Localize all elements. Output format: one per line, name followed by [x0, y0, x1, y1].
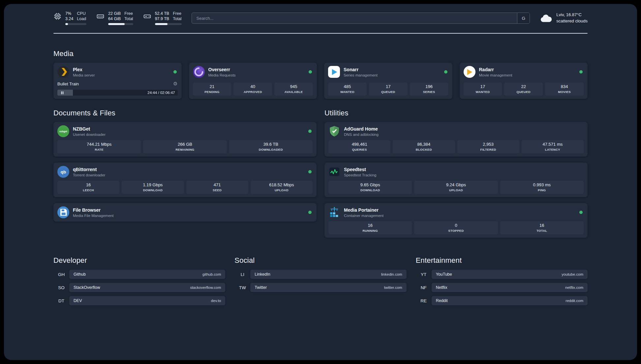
- disk-total-label: Total: [173, 16, 181, 22]
- stat-leech: 16 LEECH: [57, 181, 119, 194]
- service-card-filebrowser[interactable]: File Browser Media File Management: [53, 203, 317, 222]
- service-card-qbittorrent[interactable]: qb qBittorrent Torrent downloader 16 LEE…: [53, 163, 317, 197]
- section-utilities: Utilities AdGuard Home DNS and adblockin…: [324, 109, 588, 238]
- cpu-icon: [53, 12, 62, 20]
- stat-download: 9.65 Gbps DOWNLOAD: [328, 181, 412, 194]
- status-dot: [308, 170, 312, 173]
- bookmark-abbr: LI: [234, 272, 250, 277]
- bookmark-link-github[interactable]: Github github.com: [69, 270, 225, 279]
- bookmark-row: LI LinkedIn linkedin.com: [234, 270, 406, 279]
- bookmark-abbr: YT: [416, 272, 432, 277]
- service-card-adguard[interactable]: AdGuard Home DNS and adblocking 498,461 …: [324, 122, 588, 157]
- service-name: Plex: [73, 67, 170, 72]
- bookmark-link-youtube[interactable]: YouTube youtube.com: [432, 270, 588, 279]
- stat-wanted: 17 WANTED: [464, 82, 502, 96]
- nzbget-icon: nzbget: [57, 125, 69, 137]
- service-subtitle: Media File Management: [73, 214, 305, 218]
- resource-monitors: 7% 3.24 CPU Load: [53, 11, 182, 25]
- section-title-developer: Developer: [53, 256, 225, 265]
- service-card-portainer[interactable]: Media Portainer Container management 16 …: [324, 203, 588, 238]
- bookmark-row: DT DEV dev.to: [53, 296, 225, 305]
- status-dot: [579, 211, 583, 214]
- service-subtitle: Media server: [73, 73, 170, 77]
- bookmark-abbr: TW: [234, 285, 250, 290]
- bookmark-link-stackoverflow[interactable]: StackOverflow stackoverflow.com: [69, 283, 225, 292]
- bookmark-link-linkedin[interactable]: LinkedIn linkedin.com: [250, 270, 406, 279]
- service-subtitle: Torrent downloader: [73, 173, 305, 177]
- portainer-icon: [328, 206, 340, 218]
- sonarr-icon: [328, 66, 340, 78]
- section-documents: Documents & Files nzbget NZBGet Usenet d…: [53, 109, 317, 222]
- disk-progress-bar: [155, 23, 182, 25]
- service-card-nzbget[interactable]: nzbget NZBGet Usenet downloader 744.21 M…: [53, 122, 317, 157]
- disk-free: 52.4 TB: [155, 11, 169, 16]
- media-grid: Plex Media server Bullet Train ⚙: [53, 63, 588, 99]
- section-title-entertainment: Entertainment: [416, 256, 588, 265]
- service-subtitle: Speedtest Tracking: [344, 173, 584, 177]
- bookmark-row: YT YouTube youtube.com: [416, 270, 588, 279]
- service-subtitle: Usenet downloader: [73, 133, 305, 136]
- service-subtitle: Media Requests: [208, 73, 305, 77]
- stat-queued: 22 QUEUED: [504, 82, 543, 96]
- gear-icon[interactable]: ⚙: [173, 81, 177, 87]
- cpu-percent: 7%: [65, 11, 73, 16]
- memory-icon: [96, 12, 105, 20]
- stat-blocked: 86,384 BLOCKED: [393, 140, 455, 153]
- dashboard-window: 7% 3.24 CPU Load: [4, 4, 637, 360]
- cloud-icon: [540, 13, 552, 23]
- service-card-sonarr[interactable]: Sonarr Series management 485 WANTED 17 Q…: [324, 63, 452, 99]
- section-title-social: Social: [234, 256, 406, 265]
- ram-free-label: Free: [124, 11, 133, 16]
- service-subtitle: Movie management: [479, 73, 576, 77]
- cpu-progress-fill: [65, 23, 68, 25]
- service-card-radarr[interactable]: Radarr Movie management 17 WANTED 22 QUE…: [460, 63, 588, 99]
- service-subtitle: DNS and adblocking: [344, 133, 584, 136]
- service-card-plex[interactable]: Plex Media server Bullet Train ⚙: [53, 63, 182, 99]
- service-subtitle: Series management: [344, 73, 441, 77]
- service-name: AdGuard Home: [344, 126, 584, 132]
- ram-values: 22 GiB 64 GiB: [108, 11, 121, 21]
- service-card-overseerr[interactable]: Overseerr Media Requests 21 PENDING 40 A…: [189, 63, 317, 99]
- stat-upload: 618.52 Mbps UPLOAD: [251, 181, 313, 194]
- service-name: Sonarr: [344, 67, 441, 72]
- stat-stopped: 0 STOPPED: [414, 221, 498, 234]
- bookmark-abbr: SO: [53, 285, 69, 290]
- search-bar: G: [192, 13, 530, 24]
- stat-pending: 21 PENDING: [193, 82, 231, 96]
- bookmark-link-netflix[interactable]: Netflix netflix.com: [432, 283, 588, 292]
- top-bar: 7% 3.24 CPU Load: [53, 11, 588, 25]
- disk-icon: [143, 12, 151, 20]
- service-name: File Browser: [73, 207, 305, 213]
- bookmark-abbr: DT: [53, 298, 69, 303]
- bookmark-link-reddit[interactable]: Reddit reddit.com: [432, 296, 588, 305]
- bookmark-abbr: GH: [53, 272, 69, 277]
- service-card-speedtest[interactable]: Speedtest Speedtest Tracking 9.65 Gbps D…: [324, 163, 588, 197]
- section-title-documents: Documents & Files: [53, 109, 317, 117]
- stat-total: 16 TOTAL: [500, 221, 584, 234]
- cpu-label-2: Load: [77, 16, 86, 22]
- bookmark-group-developer: Developer GH Github github.com SO StackO…: [53, 256, 225, 305]
- service-name: NZBGet: [73, 126, 305, 132]
- search-provider-button[interactable]: G: [517, 13, 530, 23]
- cpu-values: 7% 3.24: [65, 11, 73, 21]
- stat-queued: 17 QUEUED: [369, 82, 408, 96]
- stat-upload: 9.24 Gbps UPLOAD: [414, 181, 498, 194]
- stat-downloaded: 39.6 TB DOWNLOADED: [229, 140, 313, 153]
- dashboard-content: 7% 3.24 CPU Load: [4, 4, 637, 360]
- bookmark-group-entertainment: Entertainment YT YouTube youtube.com NF …: [416, 256, 588, 305]
- weather-widget: Lviv, 16.87°C scattered clouds: [540, 12, 588, 24]
- bookmark-row: GH Github github.com: [53, 270, 225, 279]
- player-progress-bar[interactable]: 24:44 / 02:06:47: [57, 90, 178, 96]
- bookmark-link-dev[interactable]: DEV dev.to: [69, 296, 225, 305]
- section-title-media: Media: [53, 49, 588, 58]
- search-input[interactable]: [192, 13, 517, 23]
- bookmark-link-twitter[interactable]: Twitter twitter.com: [250, 283, 406, 292]
- ram-total: 64 GiB: [108, 16, 121, 22]
- status-dot: [309, 70, 312, 74]
- bookmark-row: SO StackOverflow stackoverflow.com: [53, 283, 225, 292]
- plex-icon: [57, 66, 69, 78]
- ram-monitor: 22 GiB 64 GiB Free Total: [96, 11, 133, 25]
- pause-icon[interactable]: [60, 91, 65, 95]
- disk-total: 97.9 TB: [155, 16, 169, 22]
- service-name: Overseerr: [208, 67, 305, 72]
